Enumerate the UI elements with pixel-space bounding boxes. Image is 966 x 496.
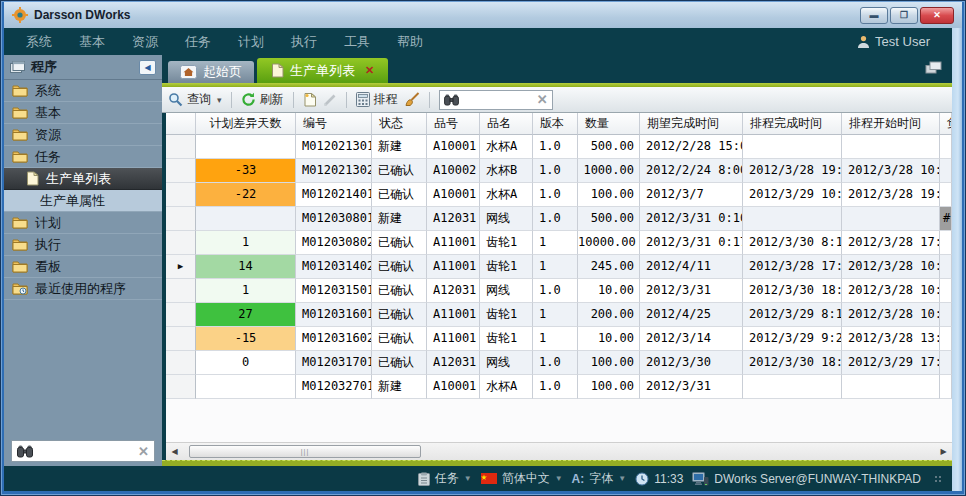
row-selector[interactable]	[166, 135, 196, 159]
cell-order-code: M012031501	[296, 279, 372, 303]
dock-windows-icon[interactable]	[925, 61, 942, 74]
folder-clock-icon	[12, 282, 28, 295]
scroll-right-icon[interactable]: ▶	[937, 445, 950, 459]
menu-item-5[interactable]: 执行	[291, 33, 317, 51]
horizontal-scrollbar[interactable]: ◀ ||| ▶	[166, 442, 952, 460]
row-selector[interactable]	[166, 327, 196, 351]
table-row[interactable]: -15M012031602已确认A11001齿轮1110.002012/3/14…	[166, 327, 952, 351]
row-selector[interactable]	[166, 231, 196, 255]
row-selector[interactable]	[166, 159, 196, 183]
tab-0[interactable]: 起始页	[168, 61, 254, 83]
row-selector[interactable]	[166, 303, 196, 327]
toolbar-separator	[231, 92, 232, 108]
sidebar-item-1[interactable]: 基本	[4, 102, 162, 124]
table-row[interactable]: M012032701新建A10001水杯A1.0100.002012/3/31	[166, 375, 952, 399]
table-row[interactable]: 1M012030802已确认A11001齿轮1110000.002012/3/3…	[166, 231, 952, 255]
maximize-button[interactable]: ❐	[890, 7, 918, 24]
sidebar-item-2[interactable]: 资源	[4, 124, 162, 146]
cell-part-name: 网线	[480, 279, 533, 303]
new-document-icon[interactable]	[303, 92, 317, 107]
column-header-5[interactable]: 品名	[480, 113, 533, 135]
sidebar-item-0[interactable]: 系统	[4, 80, 162, 102]
cell-due-time: 2012/3/31 0:10	[640, 207, 743, 231]
sidebar-item-3[interactable]: 任务	[4, 146, 162, 168]
table-row[interactable]: M012021301新建A10001水杯A1.0500.002012/2/28 …	[166, 135, 952, 159]
column-header-10[interactable]: 排程开始时间	[842, 113, 940, 135]
cell-sched-end-time: 2012/3/29 9:20	[743, 327, 842, 351]
sidebar-search-input[interactable]	[38, 444, 133, 458]
toolbar-search-input[interactable]	[463, 93, 533, 107]
row-selector[interactable]	[166, 207, 196, 231]
menu-item-6[interactable]: 工具	[344, 33, 370, 51]
status-task-menu[interactable]: 任务 ▼	[418, 470, 472, 487]
cell-part-name: 网线	[480, 351, 533, 375]
status-language-menu[interactable]: 简体中文 ▼	[481, 470, 563, 487]
sidebar-search-clear-icon[interactable]: ✕	[138, 444, 149, 459]
sidebar-item-9[interactable]: 最近使用的程序	[4, 278, 162, 300]
column-header-7[interactable]: 数量	[578, 113, 640, 135]
column-header-3[interactable]: 状态	[372, 113, 427, 135]
row-selector[interactable]	[166, 375, 196, 399]
menu-item-1[interactable]: 基本	[79, 33, 105, 51]
sidebar-item-7[interactable]: 执行	[4, 234, 162, 256]
user-badge[interactable]: Test User	[857, 34, 930, 49]
cell-quantity: 10000.00	[578, 231, 640, 255]
table-row[interactable]: -22M012021401已确认A10001水杯A1.0100.002012/3…	[166, 183, 952, 207]
menu-item-2[interactable]: 资源	[132, 33, 158, 51]
toolbar: 查询 ▾ 刷新	[162, 87, 952, 113]
cell-diff-days	[196, 375, 296, 399]
cell-status: 新建	[372, 375, 427, 399]
table-row[interactable]: 27M012031601已确认A11001齿轮11200.002012/4/25…	[166, 303, 952, 327]
column-header-1[interactable]: 计划差异天数	[196, 113, 296, 135]
cell-sched-end-time: 2012/3/30 8:15	[743, 231, 842, 255]
refresh-button[interactable]: 刷新	[241, 91, 284, 108]
column-header-2[interactable]: 编号	[296, 113, 372, 135]
broom-icon[interactable]	[404, 92, 420, 107]
table-row[interactable]: 0M012031701已确认A12031网线1.0100.002012/3/30…	[166, 351, 952, 375]
row-selector[interactable]: ▶	[166, 255, 196, 279]
close-button[interactable]: ✕	[920, 7, 954, 24]
column-header-4[interactable]: 品号	[427, 113, 480, 135]
sidebar: 程序 ◀ 系统基本资源任务生产单列表生产单属性计划执行看板最近使用的程序 ✕	[4, 55, 162, 466]
sidebar-item-5[interactable]: 生产单属性	[4, 190, 162, 212]
schedule-button[interactable]: 排程	[356, 91, 398, 108]
tab-1[interactable]: 生产单列表✕	[257, 58, 388, 83]
row-selector[interactable]	[166, 351, 196, 375]
cell-part-name: 水杯A	[480, 375, 533, 399]
row-selector[interactable]	[166, 279, 196, 303]
sidebar-item-8[interactable]: 看板	[4, 256, 162, 278]
menu-item-3[interactable]: 任务	[185, 33, 211, 51]
menu-item-4[interactable]: 计划	[238, 33, 264, 51]
cell-sched-end-time: 2012/3/29 8:15	[743, 303, 842, 327]
query-dropdown-caret-icon[interactable]: ▾	[217, 95, 222, 105]
sidebar-item-6[interactable]: 计划	[4, 212, 162, 234]
table-row[interactable]: M012030801新建A12031网线1.0500.002012/3/31 0…	[166, 207, 952, 231]
status-font-menu[interactable]: A: 字体 ▼	[572, 470, 627, 487]
orders-table: 计划差异天数编号状态品号品名版本数量期望完成时间排程完成时间排程开始时间负 M0…	[166, 113, 952, 442]
column-header-8[interactable]: 期望完成时间	[640, 113, 743, 135]
table-row[interactable]: -33M012021302已确认A10002水杯B1.01000.002012/…	[166, 159, 952, 183]
resize-grip[interactable]	[934, 475, 942, 483]
sidebar-item-4[interactable]: 生产单列表	[4, 168, 162, 190]
row-selector[interactable]	[166, 183, 196, 207]
tab-close-icon[interactable]: ✕	[365, 64, 374, 77]
minimize-button[interactable]: ▬	[860, 7, 888, 24]
column-header-0[interactable]	[166, 113, 196, 135]
toolbar-search-clear-icon[interactable]: ✕	[537, 92, 548, 107]
scrollbar-thumb[interactable]: |||	[189, 445, 421, 458]
user-icon	[857, 35, 870, 49]
toolbar-separator	[293, 92, 294, 108]
table-row[interactable]: ▶14M012031402已确认A11001齿轮11245.002012/4/1…	[166, 255, 952, 279]
scroll-left-icon[interactable]: ◀	[168, 445, 181, 459]
cell-part-name: 水杯A	[480, 135, 533, 159]
menu-item-7[interactable]: 帮助	[397, 33, 423, 51]
menu-item-0[interactable]: 系统	[26, 33, 52, 51]
query-button[interactable]: 查询 ▾	[168, 91, 222, 108]
column-header-11[interactable]: 负	[940, 113, 952, 135]
sidebar-collapse-button[interactable]: ◀	[139, 60, 156, 75]
table-row[interactable]: 1M012031501已确认A12031网线1.010.002012/3/312…	[166, 279, 952, 303]
column-header-9[interactable]: 排程完成时间	[743, 113, 842, 135]
cell-diff-days: 1	[196, 279, 296, 303]
cell-status: 已确认	[372, 279, 427, 303]
column-header-6[interactable]: 版本	[533, 113, 578, 135]
